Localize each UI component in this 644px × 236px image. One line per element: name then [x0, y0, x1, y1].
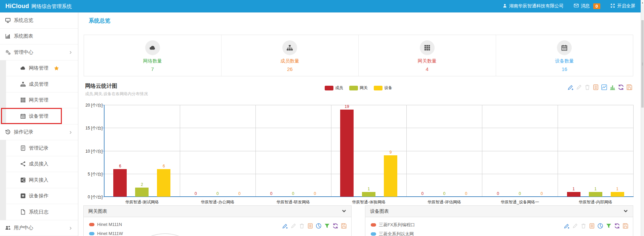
messages-menu[interactable]: 消息 0 [574, 3, 600, 9]
x-axis-category-label: 华辰智通-体验网络 [331, 199, 407, 205]
chevron-right-icon [69, 226, 73, 230]
sidebar-item-device-operation[interactable]: 设备操作 [0, 188, 78, 204]
sidebar-item-label: 成员接入 [29, 161, 48, 167]
users-icon [5, 225, 11, 231]
bar-value-label: 0 [261, 191, 281, 196]
grid-icon [420, 40, 435, 55]
envelope-icon [574, 3, 579, 9]
gears-icon [5, 49, 11, 55]
toolbox-data-view-icon[interactable] [307, 223, 314, 229]
sidebar-item-system-overview[interactable]: 系统总览 [0, 12, 78, 29]
toolbox-pencil-add-icon[interactable] [282, 223, 288, 229]
top-navbar: HiCloud 网络综合管理系统 湖南华辰智通科技有限公司 消息 0 开启全屏 [0, 0, 641, 12]
sidebar-item-user-center[interactable]: 用户中心 [0, 220, 78, 236]
toolbox-refresh-icon[interactable] [332, 223, 339, 229]
bar-设备 [384, 155, 397, 197]
series-label: Hinet M111N [97, 222, 122, 227]
messages-label: 消息 [581, 3, 590, 9]
bar-value-label: 0 [434, 191, 454, 196]
toolbox-pencil-icon[interactable] [290, 223, 297, 229]
legend-list-item[interactable]: Hinet M111N [89, 222, 122, 227]
sitemap-icon [20, 81, 26, 87]
bar-value-label: 0 [207, 191, 228, 196]
scroll-up-arrow-icon[interactable]: ▲ [641, 0, 644, 5]
cloud-icon [145, 40, 160, 55]
bar-value-label: 0 [510, 191, 530, 196]
toolbox-save-icon[interactable] [622, 223, 629, 229]
category-separator [255, 105, 256, 197]
toolbox-funnel-icon[interactable] [324, 223, 330, 229]
history-icon [5, 129, 11, 135]
sidebar-item-member-access[interactable]: 成员接入 [0, 156, 78, 172]
stat-value: 7 [84, 66, 221, 72]
toolbox-trash-icon[interactable] [298, 223, 305, 229]
bar-value-label: 0 [283, 191, 303, 196]
user-icon [502, 3, 507, 9]
toolbox-trash-icon[interactable] [580, 223, 587, 229]
sidebar-item-label: 管理中心 [14, 49, 33, 55]
gateway-chart-panel-body: Hinet M111NHinet M111W [84, 217, 351, 236]
toolbox-data-view-icon[interactable] [589, 223, 595, 229]
toolbox-funnel-icon[interactable] [605, 223, 612, 229]
sidebar-item-network-management[interactable]: 网络管理 [0, 61, 78, 77]
gateway-chart-panel-header[interactable]: 网关图表 [84, 206, 351, 217]
sidebar-item-system-charts[interactable]: 系统图表 [0, 29, 78, 45]
sidebar-item-operation-records[interactable]: 操作记录 [0, 124, 78, 141]
toolbox-pie-icon[interactable] [597, 223, 604, 229]
device-chart-toolbar [563, 223, 629, 229]
y-axis-line [104, 105, 105, 197]
legend-list-item[interactable]: 三菱FX系列编程口 [371, 222, 415, 228]
chevron-down-icon [623, 208, 628, 214]
scrollbar-thumb[interactable] [641, 20, 644, 108]
bar-value-label: 0 [532, 191, 552, 196]
company-name: 湖南华辰智通科技有限公司 [509, 3, 564, 9]
category-separator [482, 105, 482, 197]
page-title: 系统总览 [89, 17, 110, 25]
bar-网关 [589, 192, 602, 197]
sidebar-item-gateway-management[interactable]: 网关管理 [0, 92, 78, 109]
y-axis-label: 5 [个/台] [84, 171, 103, 177]
share-square-icon [20, 177, 26, 183]
bar-plot: 0 [个/台]5 [个/台]10 [个/台]15 [个/台]20 [个/台]华辰… [84, 81, 633, 206]
bar-value-label: 1 [564, 187, 584, 191]
sidebar-item-management-center[interactable]: 管理中心 [0, 44, 78, 61]
network-cloud-chart: 网络云统计图 成员,网关,设备在各网络内分布情况 成员网关设备 0 [个/台]5… [84, 81, 633, 206]
stat-label: 成员数量 [222, 58, 359, 64]
fullscreen-icon [610, 3, 615, 9]
gridline [104, 128, 633, 128]
device-chart-panel-header[interactable]: 设备图表 [365, 206, 633, 217]
sidebar-item-label: 管理记录 [29, 145, 48, 151]
sidebar-item-member-management[interactable]: 成员管理 [0, 76, 78, 92]
stat-value: 26 [222, 66, 359, 72]
share-icon [20, 161, 26, 167]
file-icon [20, 209, 26, 215]
stat-card-network-count: 网络数量7 [84, 35, 222, 76]
main-content: 系统总览 网络数量7成员数量26网关数量4设备数量16 网络云统计图 成员,网关… [79, 12, 641, 236]
sitemap-icon [282, 40, 297, 55]
vertical-scrollbar[interactable]: ▲ [641, 0, 644, 236]
legend-list-item[interactable]: 三菱全系列以太网 [371, 231, 414, 236]
panel-title: 设备图表 [370, 208, 389, 214]
toolbox-refresh-icon[interactable] [614, 223, 620, 229]
series-marker [89, 223, 94, 226]
fullscreen-button[interactable]: 开启全屏 [610, 3, 635, 9]
desktop-icon [5, 17, 11, 23]
toolbox-save-icon[interactable] [340, 223, 347, 229]
company-menu[interactable]: 湖南华辰智通科技有限公司 [502, 3, 564, 9]
toolbox-pencil-add-icon[interactable] [563, 223, 570, 229]
sidebar-item-gateway-access[interactable]: 网关接入 [0, 172, 78, 188]
panel-title: 网关图表 [88, 208, 107, 214]
sidebar-item-system-logs[interactable]: 系统日志 [0, 204, 78, 220]
toolbox-pencil-icon[interactable] [572, 223, 578, 229]
bar-value-label: 0 [412, 191, 433, 196]
stat-card-device-count: 设备数量16 [496, 35, 633, 76]
stat-label: 网络数量 [84, 58, 221, 64]
star-icon [54, 66, 59, 71]
device-chart-panel: 设备图表三菱FX系列编程口三菱全系列以太网 [365, 205, 633, 236]
sidebar-item-management-records[interactable]: 管理记录 [0, 140, 78, 156]
toolbox-pie-icon[interactable] [315, 223, 322, 229]
bar-成员 [340, 110, 354, 197]
legend-list-item[interactable]: Hinet M111W [89, 231, 123, 236]
gridline [104, 151, 633, 151]
sidebar-item-device-management[interactable]: 设备管理 [0, 108, 78, 124]
